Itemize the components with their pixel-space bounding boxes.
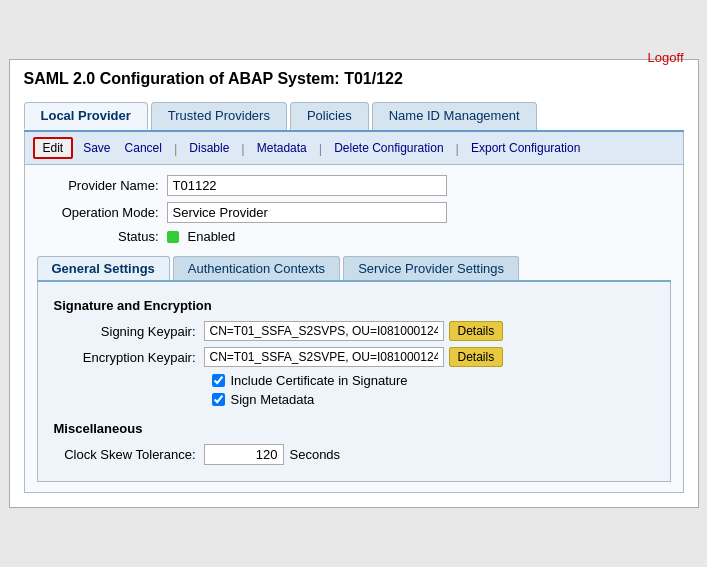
signing-keypair-label: Signing Keypair: bbox=[54, 324, 204, 339]
separator-1: | bbox=[174, 141, 177, 156]
clock-skew-row: Clock Skew Tolerance: Seconds bbox=[54, 444, 654, 465]
encryption-keypair-row: Encryption Keypair: Details bbox=[54, 347, 654, 367]
provider-name-row: Provider Name: bbox=[37, 175, 671, 196]
signing-keypair-row: Signing Keypair: Details bbox=[54, 321, 654, 341]
encryption-details-button[interactable]: Details bbox=[449, 347, 504, 367]
cancel-button[interactable]: Cancel bbox=[121, 139, 166, 157]
misc-section: Miscellaneous Clock Skew Tolerance: Seco… bbox=[54, 421, 654, 465]
operation-mode-input[interactable] bbox=[167, 202, 447, 223]
sign-metadata-label: Sign Metadata bbox=[231, 392, 315, 407]
page-title: SAML 2.0 Configuration of ABAP System: T… bbox=[24, 70, 403, 88]
separator-2: | bbox=[241, 141, 244, 156]
delete-config-button[interactable]: Delete Configuration bbox=[330, 139, 447, 157]
separator-3: | bbox=[319, 141, 322, 156]
operation-mode-row: Operation Mode: bbox=[37, 202, 671, 223]
disable-button[interactable]: Disable bbox=[185, 139, 233, 157]
inner-tab-general-settings[interactable]: General Settings bbox=[37, 256, 170, 280]
signature-section-title: Signature and Encryption bbox=[54, 298, 654, 313]
clock-skew-input[interactable] bbox=[204, 444, 284, 465]
edit-button[interactable]: Edit bbox=[33, 137, 74, 159]
inner-tab-service-provider-settings[interactable]: Service Provider Settings bbox=[343, 256, 519, 280]
status-label: Status: bbox=[37, 229, 167, 244]
tab-name-id-management[interactable]: Name ID Management bbox=[372, 102, 537, 130]
main-container: SAML 2.0 Configuration of ABAP System: T… bbox=[9, 59, 699, 508]
tab-trusted-providers[interactable]: Trusted Providers bbox=[151, 102, 287, 130]
signing-keypair-input[interactable] bbox=[204, 321, 444, 341]
tab-policies[interactable]: Policies bbox=[290, 102, 369, 130]
include-cert-checkbox[interactable] bbox=[212, 374, 225, 387]
save-button[interactable]: Save bbox=[79, 139, 114, 157]
sign-metadata-checkbox[interactable] bbox=[212, 393, 225, 406]
include-cert-row: Include Certificate in Signature bbox=[212, 373, 654, 388]
misc-section-title: Miscellaneous bbox=[54, 421, 654, 436]
operation-mode-label: Operation Mode: bbox=[37, 205, 167, 220]
toolbar: Edit Save Cancel | Disable | Metadata | … bbox=[24, 132, 684, 165]
inner-tabs: General Settings Authentication Contexts… bbox=[37, 256, 671, 282]
sign-metadata-row: Sign Metadata bbox=[212, 392, 654, 407]
inner-content: Signature and Encryption Signing Keypair… bbox=[37, 282, 671, 482]
content-area: Provider Name: Operation Mode: Status: E… bbox=[24, 165, 684, 493]
inner-tab-authentication-contexts[interactable]: Authentication Contexts bbox=[173, 256, 340, 280]
status-text: Enabled bbox=[188, 229, 236, 244]
clock-skew-unit: Seconds bbox=[290, 447, 341, 462]
separator-4: | bbox=[456, 141, 459, 156]
metadata-button[interactable]: Metadata bbox=[253, 139, 311, 157]
status-row: Status: Enabled bbox=[37, 229, 671, 244]
tab-local-provider[interactable]: Local Provider bbox=[24, 102, 148, 130]
export-config-button[interactable]: Export Configuration bbox=[467, 139, 584, 157]
main-tabs: Local Provider Trusted Providers Policie… bbox=[24, 102, 684, 132]
provider-name-input[interactable] bbox=[167, 175, 447, 196]
include-cert-label: Include Certificate in Signature bbox=[231, 373, 408, 388]
encryption-keypair-input[interactable] bbox=[204, 347, 444, 367]
encryption-keypair-label: Encryption Keypair: bbox=[54, 350, 204, 365]
status-icon bbox=[167, 231, 179, 243]
signing-details-button[interactable]: Details bbox=[449, 321, 504, 341]
status-value: Enabled bbox=[167, 229, 236, 244]
logoff-link[interactable]: Logoff bbox=[648, 50, 684, 65]
clock-skew-label: Clock Skew Tolerance: bbox=[54, 447, 204, 462]
provider-name-label: Provider Name: bbox=[37, 178, 167, 193]
